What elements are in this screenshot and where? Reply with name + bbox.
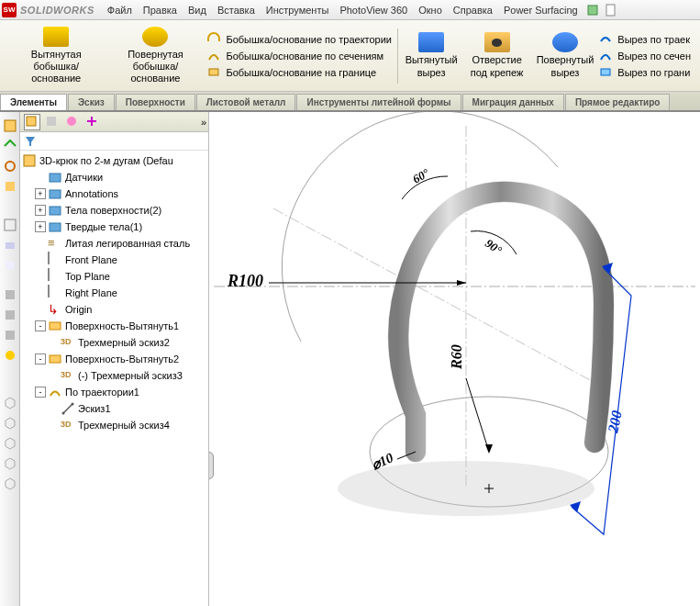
panel-handle[interactable] bbox=[209, 452, 214, 479]
menu-help[interactable]: Справка bbox=[448, 3, 498, 17]
panel-expand-icon[interactable]: » bbox=[201, 117, 206, 128]
tree-node-14[interactable]: Эскиз1 bbox=[22, 400, 206, 417]
lt-icon-6[interactable] bbox=[3, 238, 17, 252]
tree-toggle[interactable]: + bbox=[35, 205, 46, 216]
loft-icon bbox=[207, 49, 222, 63]
tree-node-3[interactable]: +Твердые тела(1) bbox=[22, 219, 206, 235]
menu-edit[interactable]: Правка bbox=[138, 3, 183, 17]
feature-tree-panel: » 3D-крюк по 2-м дугам (Defau Датчики+An… bbox=[20, 112, 209, 606]
tree-node-2[interactable]: +Тела поверхности(2) bbox=[22, 202, 206, 219]
menu-insert[interactable]: Вставка bbox=[212, 3, 261, 17]
svg-rect-2 bbox=[209, 69, 218, 75]
tab-sheetmetal[interactable]: Листовой металл bbox=[196, 94, 296, 110]
appearance-tab-icon[interactable] bbox=[105, 114, 121, 130]
tree-node-7[interactable]: Right Plane bbox=[22, 285, 206, 301]
svg-rect-15 bbox=[47, 117, 56, 126]
tree-node-6[interactable]: Top Plane bbox=[22, 268, 206, 285]
dim-r100-text[interactable]: R100 bbox=[227, 272, 263, 290]
lt-icon-iso3[interactable] bbox=[3, 436, 17, 451]
menu-view[interactable]: Вид bbox=[183, 3, 212, 17]
tree-node-11[interactable]: -Поверхность-Вытянуть2 bbox=[22, 351, 206, 367]
tree-root[interactable]: 3D-крюк по 2-м дугам (Defau bbox=[22, 152, 206, 169]
hole-icon bbox=[484, 32, 510, 52]
cut-boundary-button[interactable]: Вырез по грани bbox=[597, 64, 693, 81]
dim-angle90-text[interactable]: 90° bbox=[483, 236, 505, 257]
tree-node-12[interactable]: 3D(-) Трехмерный эскиз3 bbox=[22, 367, 206, 384]
svg-rect-21 bbox=[50, 223, 61, 231]
cut-revolve-button[interactable]: Повернутый вырез bbox=[533, 30, 598, 80]
lt-icon-iso5[interactable] bbox=[3, 477, 17, 491]
filter-icon[interactable] bbox=[24, 135, 37, 148]
hole-wizard-button[interactable]: Отверстие под крепеж bbox=[461, 30, 533, 80]
boundary-icon bbox=[207, 65, 222, 80]
lt-icon-3[interactable] bbox=[3, 159, 17, 174]
model-viewport[interactable]: 200 R100 R60 ⌀10 60° 90° bbox=[209, 112, 700, 606]
lt-icon-iso4[interactable] bbox=[3, 456, 17, 471]
tree-toggle[interactable]: - bbox=[35, 320, 46, 331]
tree-node-8[interactable]: ↳Origin bbox=[22, 301, 206, 318]
boundary-boss-button[interactable]: Бобышка/основание на границе bbox=[206, 64, 394, 81]
tree-node-13[interactable]: -По траектории1 bbox=[22, 384, 206, 400]
tree-label: Трехмерный эскиз2 bbox=[78, 337, 170, 348]
lt-icon-11[interactable] bbox=[3, 348, 17, 363]
lt-icon-7[interactable] bbox=[3, 258, 17, 273]
property-tab-icon[interactable] bbox=[44, 114, 61, 130]
tab-migration[interactable]: Миграция данных bbox=[462, 94, 564, 110]
tree-node-5[interactable]: Front Plane bbox=[22, 252, 206, 268]
config-tab-icon[interactable] bbox=[64, 114, 81, 130]
tab-surfaces[interactable]: Поверхности bbox=[116, 94, 195, 110]
tree-node-0[interactable]: Датчики bbox=[22, 169, 206, 185]
filter-row bbox=[20, 132, 208, 151]
lt-icon-1[interactable] bbox=[3, 118, 17, 133]
menu-power-surfacing[interactable]: Power Surfacing bbox=[498, 3, 583, 17]
sweep-boss-button[interactable]: Бобышка/основание по траектории bbox=[206, 31, 394, 48]
revolve-icon bbox=[142, 27, 168, 47]
tree-node-4[interactable]: ≡Литая легированная сталь bbox=[22, 235, 206, 252]
feature-tree[interactable]: 3D-крюк по 2-м дугам (Defau Датчики+Anno… bbox=[20, 151, 208, 606]
menu-window[interactable]: Окно bbox=[413, 3, 448, 17]
extrude-label: Вытянутая бобышка/основание bbox=[11, 49, 101, 85]
svg-point-24 bbox=[62, 412, 65, 415]
tree-label: По траектории1 bbox=[65, 387, 139, 398]
lt-icon-iso2[interactable] bbox=[3, 416, 17, 431]
revolve-boss-button[interactable]: Повернутая бобышка/основание bbox=[105, 25, 206, 87]
tree-node-15[interactable]: 3DТрехмерный эскиз4 bbox=[22, 417, 206, 433]
cut-extrude-button[interactable]: Вытянутый вырез bbox=[402, 30, 461, 80]
lt-icon-8[interactable] bbox=[3, 287, 17, 302]
lt-icon-iso1[interactable] bbox=[3, 396, 17, 410]
cut-loft-button[interactable]: Вырез по сечен bbox=[597, 48, 693, 64]
tab-mold[interactable]: Инструменты литейной формы bbox=[296, 94, 461, 110]
tree-toggle bbox=[48, 420, 59, 431]
menu-file[interactable]: Файл bbox=[102, 3, 138, 17]
svg-point-9 bbox=[6, 261, 15, 270]
menu-photoview[interactable]: PhotoView 360 bbox=[334, 3, 413, 17]
lt-icon-4[interactable] bbox=[3, 179, 17, 194]
tree-toggle[interactable]: + bbox=[35, 221, 46, 232]
tree-node-1[interactable]: +Annotations bbox=[22, 185, 206, 202]
toolbar-icon-1[interactable] bbox=[585, 3, 600, 17]
cut-sweep-button[interactable]: Вырез по траек bbox=[597, 31, 693, 48]
dim-angle60-text[interactable]: 60° bbox=[410, 165, 432, 185]
tree-tab-icon[interactable] bbox=[24, 114, 40, 130]
dim-tab-icon[interactable] bbox=[84, 114, 101, 130]
lt-icon-10[interactable] bbox=[3, 328, 17, 342]
lt-icon-2[interactable] bbox=[3, 139, 17, 153]
svg-rect-23 bbox=[50, 355, 61, 363]
tree-toggle bbox=[35, 254, 46, 265]
tree-label: (-) Трехмерный эскиз3 bbox=[78, 370, 183, 381]
tree-toggle[interactable]: - bbox=[35, 354, 46, 365]
new-doc-icon[interactable] bbox=[604, 3, 618, 17]
lt-icon-9[interactable] bbox=[3, 308, 17, 322]
menu-tools[interactable]: Инструменты bbox=[261, 3, 335, 17]
tree-node-10[interactable]: 3DТрехмерный эскиз2 bbox=[22, 334, 206, 351]
tree-toggle[interactable]: - bbox=[35, 387, 46, 398]
tree-node-9[interactable]: -Поверхность-Вытянуть1 bbox=[22, 318, 206, 334]
dim-r60-text[interactable]: R60 bbox=[449, 344, 464, 370]
extrude-boss-button[interactable]: Вытянутая бобышка/основание bbox=[7, 25, 105, 87]
tab-features[interactable]: Элементы bbox=[0, 94, 67, 110]
tab-sketch[interactable]: Эскиз bbox=[68, 94, 115, 110]
lt-icon-5[interactable] bbox=[3, 218, 17, 232]
loft-boss-button[interactable]: Бобышка/основание по сечениям bbox=[206, 48, 394, 64]
tree-toggle[interactable]: + bbox=[35, 188, 46, 199]
tab-direct-edit[interactable]: Прямое редактиро bbox=[565, 94, 671, 110]
